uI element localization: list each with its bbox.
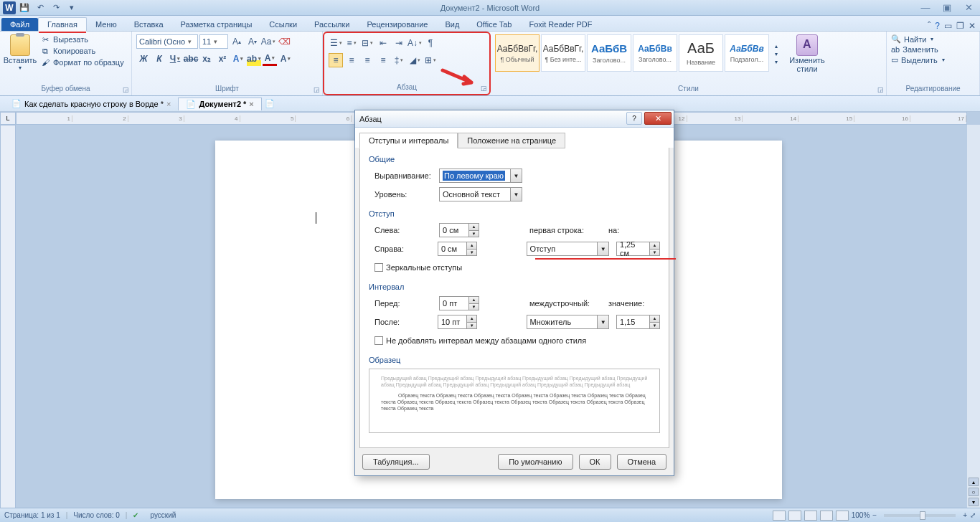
subscript-icon[interactable]: x₂ (199, 52, 214, 66)
doc-tab-2[interactable]: 📄Документ2 *× (178, 98, 261, 110)
dialog-tab-pagination[interactable]: Положение на странице (458, 133, 565, 148)
line-spacing-icon[interactable]: ‡ (392, 53, 406, 67)
multilevel-icon[interactable]: ⊟ (360, 36, 374, 50)
view-fullscreen-icon[interactable] (788, 511, 801, 521)
nospace-checkbox[interactable]: Не добавлять интервал между абзацами одн… (374, 336, 586, 345)
dialog-help-icon[interactable]: ? (626, 112, 642, 125)
clipboard-launcher-icon[interactable]: ◲ (121, 85, 130, 94)
spin-up-icon[interactable]: ▲ (467, 315, 476, 323)
sort-icon[interactable]: A↓ (407, 36, 422, 50)
tab-mailings[interactable]: Рассылки (306, 18, 358, 31)
justify-icon[interactable]: ≡ (376, 53, 390, 67)
spin-down-icon[interactable]: ▼ (467, 323, 476, 329)
copy-button[interactable]: ⧉Копировать (40, 46, 124, 56)
spin-up-icon[interactable]: ▲ (650, 242, 659, 250)
vertical-ruler[interactable] (0, 125, 16, 509)
alignment-select[interactable]: По левому краю▼ (439, 169, 522, 183)
style-item-title[interactable]: АаБНазвание (679, 34, 723, 72)
decrease-indent-icon[interactable]: ⇤ (376, 36, 390, 50)
tab-file[interactable]: Файл (1, 18, 38, 31)
tab-layout[interactable]: Разметка страницы (172, 18, 261, 31)
cancel-button[interactable]: Отмена (617, 454, 666, 470)
style-item-heading1[interactable]: АаБбВЗаголово... (587, 34, 631, 72)
style-item-subtitle[interactable]: АаБбВвПодзагол... (725, 34, 769, 72)
zoom-fit-icon[interactable]: ⤢ (970, 511, 976, 519)
strike-icon[interactable]: abc (184, 52, 198, 66)
spin-up-icon[interactable]: ▲ (467, 242, 476, 250)
qat-customize-icon[interactable]: ▾ (65, 1, 79, 14)
tab-home[interactable]: Главная (38, 17, 87, 32)
browse-object-icon[interactable]: ○ (969, 488, 979, 496)
font-size-combo[interactable]: 11▾ (199, 34, 228, 49)
dialog-close-icon[interactable]: ✕ (644, 112, 672, 125)
font-color-icon[interactable]: A (263, 52, 277, 66)
win-min-icon[interactable]: ▭ (944, 21, 952, 31)
font-name-combo[interactable]: Calibri (Осно▾ (136, 34, 198, 49)
ok-button[interactable]: ОК (579, 454, 611, 470)
help-icon[interactable]: ? (935, 21, 940, 31)
default-button[interactable]: По умолчанию (498, 454, 573, 470)
close-tab-icon[interactable]: × (166, 100, 171, 108)
spin-up-icon[interactable]: ▲ (650, 315, 659, 323)
styles-more[interactable]: ▴▾▾ (771, 34, 782, 73)
spin-up-icon[interactable]: ▲ (469, 224, 479, 231)
font-launcher-icon[interactable]: ◲ (312, 85, 321, 94)
dialog-tab-indents[interactable]: Отступы и интервалы (359, 133, 458, 148)
grow-font-icon[interactable]: A▴ (230, 34, 244, 49)
mirror-indent-checkbox[interactable]: Зеркальные отступы (374, 263, 462, 272)
status-words[interactable]: Число слов: 0 (73, 511, 119, 519)
spellcheck-icon[interactable]: ✔ (133, 511, 138, 519)
text-effects-icon[interactable]: A (231, 52, 245, 66)
left-indent-spinner[interactable]: 0 см▲▼ (439, 223, 479, 237)
view-web-icon[interactable] (804, 511, 817, 521)
close-icon[interactable]: ✕ (960, 2, 977, 14)
change-styles-button[interactable]: Изменить стили (786, 34, 828, 73)
right-indent-spinner[interactable]: 0 см▲▼ (438, 242, 477, 256)
align-center-icon[interactable]: ≡ (344, 53, 359, 67)
underline-icon[interactable]: Ч (168, 52, 182, 66)
bullets-icon[interactable]: ☰ (329, 36, 343, 50)
view-print-layout-icon[interactable] (773, 511, 786, 521)
replace-button[interactable]: abЗаменить (891, 45, 975, 54)
shading-icon[interactable]: ◢ (407, 53, 422, 67)
char-shading-icon[interactable]: A (278, 52, 293, 66)
increase-indent-icon[interactable]: ⇥ (392, 36, 406, 50)
next-page-icon[interactable]: ▾ (969, 498, 979, 506)
doc-tab-1[interactable]: 📄Как сделать красную строку в Ворде *× (4, 98, 178, 110)
view-draft-icon[interactable] (836, 511, 849, 521)
align-right-icon[interactable]: ≡ (360, 53, 374, 67)
italic-icon[interactable]: К (152, 52, 166, 66)
style-item-nospacing[interactable]: АаБбВвГг,¶ Без инте... (541, 34, 585, 72)
zoom-slider[interactable] (884, 514, 956, 517)
spin-down-icon[interactable]: ▼ (467, 250, 476, 256)
align-left-icon[interactable]: ≡ (329, 53, 343, 67)
borders-icon[interactable]: ⊞ (423, 53, 438, 67)
linespacing-select[interactable]: Множитель▼ (527, 315, 610, 329)
tab-references[interactable]: Ссылки (260, 18, 306, 31)
superscript-icon[interactable]: x² (215, 52, 230, 66)
firstline-select[interactable]: Отступ▼ (527, 242, 610, 256)
new-tab-button[interactable]: 📄 (262, 99, 278, 108)
cut-button[interactable]: ✂Вырезать (40, 34, 124, 44)
prev-page-icon[interactable]: ▴ (969, 478, 979, 486)
tab-insert[interactable]: Вставка (126, 18, 172, 31)
tab-menu[interactable]: Меню (87, 18, 126, 31)
win-restore-icon[interactable]: ❐ (956, 21, 964, 31)
spin-down-icon[interactable]: ▼ (650, 250, 659, 256)
win-close-icon[interactable]: ✕ (969, 21, 976, 31)
styles-launcher-icon[interactable]: ◲ (876, 85, 885, 94)
dialog-titlebar[interactable]: Абзац ? ✕ (355, 110, 674, 128)
before-spinner[interactable]: 0 пт▲▼ (439, 296, 479, 310)
find-button[interactable]: 🔍Найти▾ (891, 34, 975, 44)
style-item-normal[interactable]: АаБбВвГг,¶ Обычный (495, 34, 540, 72)
close-tab-icon[interactable]: × (249, 100, 253, 108)
zoom-out-icon[interactable]: − (872, 511, 877, 519)
spin-down-icon[interactable]: ▼ (469, 231, 479, 237)
bold-icon[interactable]: Ж (136, 52, 151, 66)
vertical-scrollbar[interactable]: ▴ ○ ▾ (967, 125, 980, 509)
save-icon[interactable]: 💾 (17, 1, 32, 14)
tab-view[interactable]: Вид (436, 18, 468, 31)
redo-icon[interactable]: ↷ (49, 1, 63, 14)
ribbon-minimize-icon[interactable]: ˆ (928, 21, 930, 31)
numbering-icon[interactable]: ≡ (344, 36, 359, 50)
